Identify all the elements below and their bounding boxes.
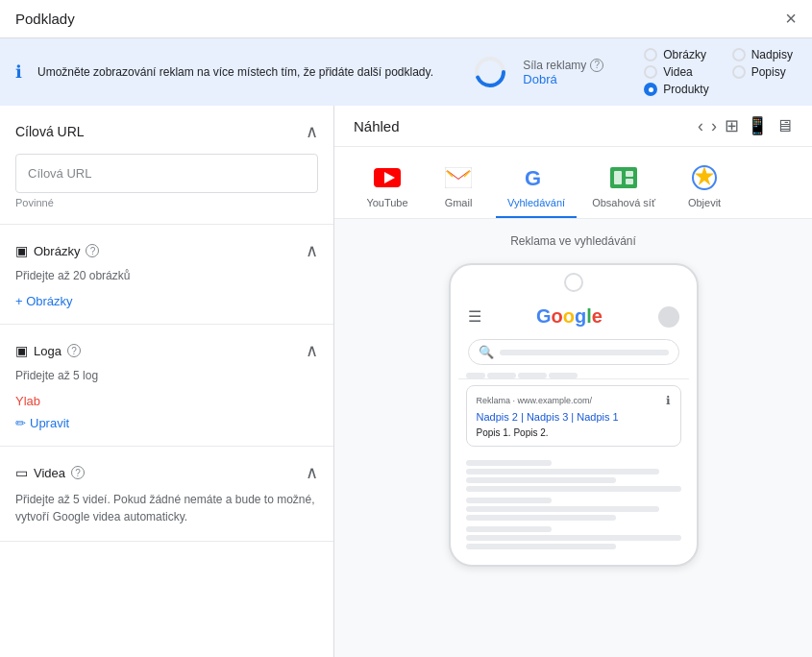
cilova-url-required: Povinné: [15, 197, 318, 208]
obrazky-section: ▣ Obrázky ? ∧ Přidejte až 20 obrázků + O…: [0, 225, 333, 325]
checkbox-popisy[interactable]: Popisy: [732, 65, 797, 79]
ad-headlines: Nadpis 2 | Nadpis 3 | Nadpis 1: [477, 410, 671, 425]
phone-mockup: ☰ Google 🔍: [449, 263, 699, 567]
radio-produkty: [644, 83, 657, 96]
main-layout: Cílová URL ∧ Cílová URL Povinné ▣ Obrázk…: [0, 106, 812, 657]
tab-youtube[interactable]: YouTube: [354, 155, 421, 218]
preview-area: Reklama ve vyhledávání ☰ Google: [334, 219, 812, 582]
hamburger-icon: ☰: [468, 307, 481, 326]
preview-header: Náhled ‹ › ⊞ 📱 🖥: [334, 106, 812, 147]
info-banner: ℹ Umožněte zobrazování reklam na více mí…: [0, 38, 812, 106]
objevit-tab-icon: [689, 162, 720, 193]
preview-nav: ‹ › ⊞ 📱 🖥: [698, 115, 793, 136]
obsahova-tab-label: Obsahová síť: [592, 197, 655, 208]
svg-rect-8: [626, 171, 633, 177]
result-1: [466, 460, 681, 492]
checkbox-produkty[interactable]: Produkty: [644, 83, 708, 96]
loga-help-icon[interactable]: ?: [67, 344, 81, 357]
videa-help-icon[interactable]: ?: [71, 466, 85, 479]
add-obrazky-button[interactable]: + Obrázky: [15, 294, 73, 308]
google-logo: Google: [536, 305, 603, 328]
sila-value: Dobrá: [523, 72, 556, 86]
preview-title: Náhled: [354, 118, 400, 134]
videa-subtitle: Přidejte až 5 videí. Pokud žádné nemáte …: [15, 491, 318, 525]
result-3-line-2: [466, 535, 681, 541]
next-arrow[interactable]: ›: [711, 116, 717, 136]
result-1-line-4: [466, 486, 681, 492]
sila-reklamy: Síla reklamy ? Dobrá: [523, 59, 628, 86]
checkbox-obrazky[interactable]: Obrázky: [644, 48, 708, 61]
ad-label-row: Reklama · www.example.com/ ℹ: [477, 394, 671, 407]
obrazky-header: ▣ Obrázky ? ∧: [15, 240, 318, 261]
obrazky-icon: ▣: [15, 243, 28, 258]
loga-subtitle: Přidejte až 5 log: [15, 369, 318, 382]
cilova-url-input[interactable]: Cílová URL: [28, 166, 306, 181]
search-placeholder: [500, 350, 669, 355]
radio-popisy: [732, 65, 746, 79]
right-panel: Náhled ‹ › ⊞ 📱 🖥 YouTube: [334, 106, 812, 657]
tab-obsahova-sit[interactable]: Obsahová síť: [580, 155, 667, 218]
svg-rect-9: [626, 179, 633, 184]
videa-collapse-icon[interactable]: ∧: [306, 462, 318, 483]
sila-help-icon[interactable]: ?: [590, 59, 603, 72]
loga-collapse-icon[interactable]: ∧: [306, 340, 318, 361]
organic-results: [458, 452, 689, 557]
vyhledavani-tab-icon: G: [521, 162, 552, 193]
prev-arrow[interactable]: ‹: [698, 116, 703, 136]
nav-item-3: [518, 373, 547, 378]
checkbox-popisy-label: Popisy: [751, 65, 786, 79]
sila-label: Síla reklamy ?: [523, 59, 603, 72]
result-1-line-3: [466, 477, 617, 483]
grid-view-icon[interactable]: ⊞: [725, 115, 739, 136]
cilova-url-title: Cílová URL: [15, 124, 85, 139]
ad-description: Popis 1. Popis 2.: [477, 427, 671, 438]
result-2-line-1: [466, 498, 553, 503]
objevit-tab-label: Objevit: [688, 197, 721, 208]
preview-subtitle: Reklama ve vyhledávání: [354, 234, 793, 248]
phone-content: ☰ Google 🔍: [458, 298, 689, 557]
mobile-view-icon[interactable]: 📱: [747, 115, 768, 136]
vyhledavani-tab-label: Vyhledávání: [507, 197, 565, 208]
channel-tabs: YouTube Gmail G: [334, 147, 812, 219]
edit-logo-button[interactable]: ✏ Upravit: [15, 416, 69, 430]
loga-icon: ▣: [15, 343, 28, 358]
search-bar: 🔍: [468, 339, 679, 365]
google-avatar: [658, 306, 679, 328]
desktop-view-icon[interactable]: 🖥: [775, 116, 793, 136]
checkbox-obrazky-label: Obrázky: [663, 48, 706, 61]
search-icon-small: 🔍: [479, 345, 494, 359]
checkbox-nadpisy[interactable]: Nadpisy: [732, 48, 797, 61]
google-nav-tabs: [458, 373, 689, 379]
tab-gmail[interactable]: Gmail: [425, 155, 492, 218]
cilova-url-input-wrapper[interactable]: Cílová URL: [15, 154, 318, 193]
nav-item-2: [487, 373, 516, 378]
left-panel: Cílová URL ∧ Cílová URL Povinné ▣ Obrázk…: [0, 106, 334, 657]
ad-card: Reklama · www.example.com/ ℹ Nadpis 2 | …: [466, 385, 681, 447]
videa-title: ▭ Videa ?: [15, 465, 85, 480]
youtube-tab-icon: [372, 162, 403, 193]
result-2-line-3: [466, 515, 617, 521]
obrazky-title: ▣ Obrázky ?: [15, 243, 99, 258]
nav-item-4: [549, 373, 578, 378]
checkbox-videa[interactable]: Videa: [644, 65, 708, 79]
close-icon[interactable]: ×: [785, 8, 797, 30]
gmail-tab-icon: [443, 162, 474, 193]
checkbox-nadpisy-label: Nadpisy: [751, 48, 793, 61]
logo-name: Ylab: [15, 394, 318, 408]
tab-objevit[interactable]: Objevit: [671, 155, 738, 218]
radio-videa: [644, 65, 657, 79]
tab-vyhledavani[interactable]: G Vyhledávání: [496, 155, 577, 218]
ad-strength-checkboxes: Obrázky Nadpisy Videa Popisy Produkty: [644, 48, 797, 96]
cilova-url-section: Cílová URL ∧ Cílová URL Povinné: [0, 106, 333, 225]
top-bar: Podklady ×: [0, 0, 812, 38]
banner-info-text: Umožněte zobrazování reklam na více míst…: [37, 65, 457, 79]
obrazky-help-icon[interactable]: ?: [86, 244, 99, 257]
radio-obrazky: [644, 48, 657, 61]
youtube-tab-label: YouTube: [366, 197, 407, 208]
loga-header: ▣ Loga ? ∧: [15, 340, 318, 361]
obrazky-collapse-icon[interactable]: ∧: [306, 240, 318, 261]
google-header: ☰ Google: [458, 298, 689, 335]
cilova-url-header: Cílová URL ∧: [15, 121, 318, 142]
cilova-url-collapse-icon[interactable]: ∧: [306, 121, 318, 142]
radio-nadpisy: [732, 48, 746, 61]
